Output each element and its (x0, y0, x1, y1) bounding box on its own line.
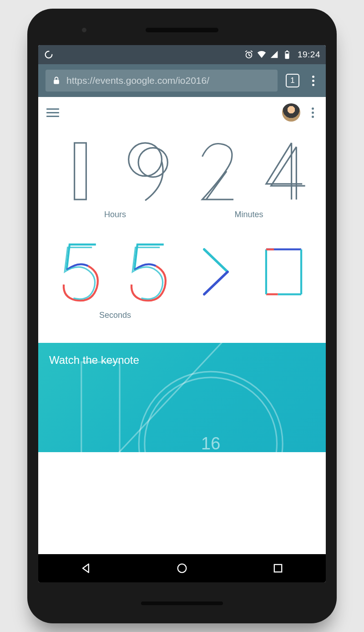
digit-hours-ones (116, 137, 180, 205)
status-clock: 19:24 (298, 50, 320, 60)
countdown-section: Hours Minutes (38, 128, 326, 343)
chrome-menu-button[interactable] (308, 76, 318, 86)
countdown-row-bottom (48, 238, 316, 306)
digit-minutes-ones (252, 137, 316, 205)
countdown-labels-bottom: Seconds (48, 311, 316, 320)
url-text: https://events.google.com/io2016/ (66, 75, 209, 86)
digit-minutes-tens (184, 137, 248, 205)
phone-frame: 19:24 https://events.google.com/io2016/ … (27, 9, 337, 623)
battery-icon (282, 50, 292, 60)
svg-rect-5 (54, 80, 59, 84)
alarm-icon (244, 50, 254, 60)
user-avatar[interactable] (282, 103, 300, 122)
minutes-label: Minutes (182, 210, 316, 219)
wifi-icon (257, 50, 267, 60)
nav-back-button[interactable] (80, 562, 92, 575)
site-overflow-menu-button[interactable] (308, 107, 318, 118)
loading-spinner-icon (44, 50, 54, 60)
phone-speaker-grille (141, 601, 223, 605)
svg-rect-4 (286, 52, 288, 54)
countdown-glyph-square (252, 238, 316, 306)
countdown-labels-top: Hours Minutes (48, 210, 316, 219)
hamburger-menu-button[interactable] (46, 108, 59, 117)
watch-keynote-card[interactable]: 16 Watch the keynote (38, 343, 326, 452)
svg-point-0 (46, 51, 52, 58)
site-header (38, 97, 326, 128)
keynote-card-title: Watch the keynote (49, 354, 315, 367)
lock-icon (52, 76, 61, 85)
svg-point-11 (178, 564, 187, 573)
countdown-row-top (48, 137, 316, 205)
digit-seconds-tens (48, 238, 112, 306)
seconds-label: Seconds (48, 311, 182, 320)
svg-rect-12 (274, 565, 281, 572)
svg-rect-6 (75, 143, 86, 199)
url-bar[interactable]: https://events.google.com/io2016/ (46, 70, 278, 92)
io-year-badge: 16 (201, 434, 220, 452)
countdown-glyph-chevron (184, 238, 248, 306)
digit-seconds-ones (116, 238, 180, 306)
android-nav-bar (38, 554, 326, 582)
phone-screen: 19:24 https://events.google.com/io2016/ … (38, 45, 326, 582)
tab-switcher-button[interactable]: 1 (286, 74, 299, 87)
digit-hours-tens (48, 137, 112, 205)
svg-rect-3 (286, 51, 288, 52)
hours-label: Hours (48, 210, 182, 219)
web-page[interactable]: Hours Minutes (38, 97, 326, 554)
cellular-signal-icon (269, 50, 279, 60)
chrome-toolbar: https://events.google.com/io2016/ 1 (38, 64, 326, 97)
android-status-bar: 19:24 (38, 45, 326, 64)
nav-recents-button[interactable] (272, 562, 284, 575)
nav-home-button[interactable] (176, 562, 188, 575)
